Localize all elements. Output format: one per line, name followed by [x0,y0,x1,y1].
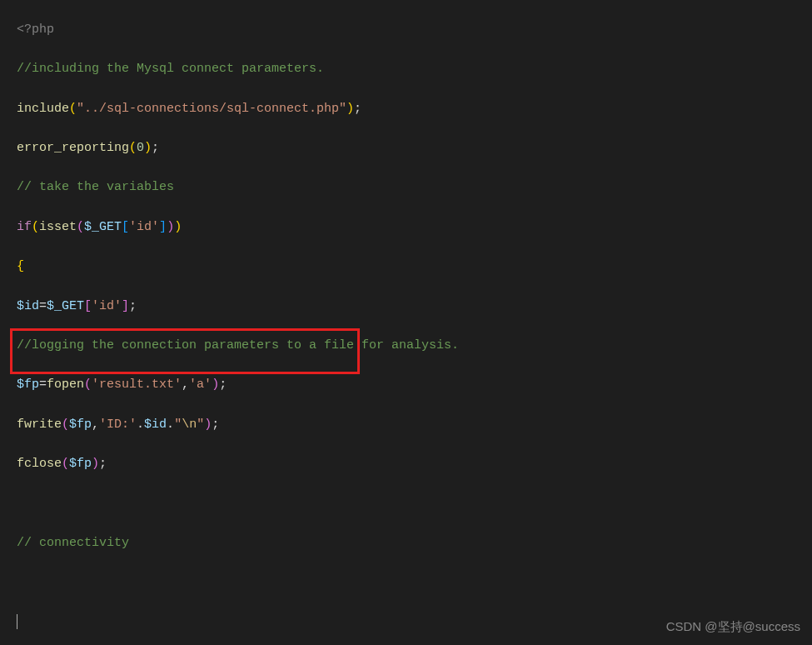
var-id: $id [17,299,39,313]
code-line: error_reporting(0); [17,138,812,158]
fn-isset: isset [39,220,77,234]
code-line: // take the variables [17,178,812,198]
escape: \n [182,418,197,432]
var-get: $_GET [84,220,122,234]
code-line: // connectivity [17,533,812,553]
comment: //including the Mysql connect parameters… [17,62,324,76]
var-fp: $fp [17,378,39,392]
string: "../sql-connections/sql-connect.php" [77,102,346,116]
watermark-label: CSDN @坚持@success [666,617,800,637]
code-line: include("../sql-connections/sql-connect.… [17,99,812,119]
comment: // take the variables [17,180,182,194]
code-line: $fp=fopen('result.txt','a'); [17,375,812,395]
string: 'id' [92,299,122,313]
kw-if: if [17,220,32,234]
code-editor[interactable]: <?php //including the Mysql connect para… [0,0,812,645]
code-line: $id=$_GET['id']; [17,297,812,317]
code-line: fwrite($fp,'ID:'.$id."\n"); [17,415,812,435]
code-line: <?php [17,20,812,40]
cursor-icon [17,614,17,629]
fn-fwrite: fwrite [17,418,62,432]
number: 0 [137,141,144,155]
blank-line [17,572,812,592]
var-fp: $fp [69,457,92,471]
var-fp: $fp [69,418,92,432]
comment: //logging the connection parameters to a… [17,338,459,352]
code-line: fclose($fp); [17,454,812,474]
fn-error-reporting: error_reporting [17,141,129,155]
code-line: { [17,257,812,277]
comment: // connectivity [17,536,137,550]
string: 'a' [189,378,212,392]
string: 'ID:' [99,418,137,432]
var-id: $id [144,418,167,432]
var-get: $_GET [47,299,84,313]
string: 'id' [129,220,159,234]
fn-include: include [17,102,69,116]
blank-line [17,494,812,514]
code-line: //logging the connection parameters to a… [17,336,812,356]
php-open-tag: <?php [17,22,54,37]
fn-fopen: fopen [47,378,84,392]
string: 'result.txt' [92,378,182,392]
fn-fclose: fclose [17,457,62,471]
code-line: if(isset($_GET['id'])) [17,218,812,238]
code-line: //including the Mysql connect parameters… [17,59,812,79]
